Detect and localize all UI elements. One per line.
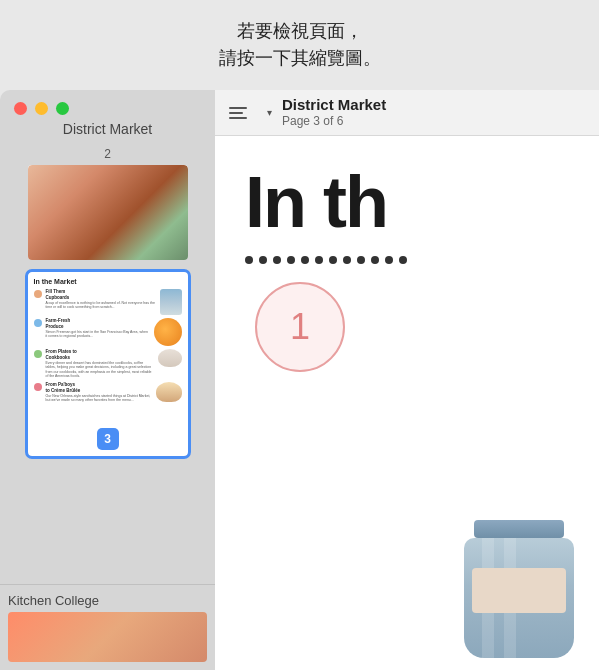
maximize-button[interactable] bbox=[56, 102, 69, 115]
topbar-chevron-icon: ▾ bbox=[267, 107, 272, 118]
section2-body: Simon Freeman got his start in the San F… bbox=[46, 330, 150, 339]
thumb-circle-2 bbox=[34, 319, 42, 327]
section3-body: Every dinner and dessert has dominated t… bbox=[46, 361, 154, 379]
orange-thumb-image bbox=[154, 318, 182, 346]
thumb-circle-1 bbox=[34, 290, 42, 298]
page-big-title: In th bbox=[245, 166, 569, 238]
icon-bar-1 bbox=[229, 107, 247, 109]
dot-10 bbox=[371, 256, 379, 264]
thumb-circle-3 bbox=[34, 350, 42, 358]
topbar-page-info: Page 3 of 6 bbox=[282, 114, 386, 128]
jar-main-body bbox=[464, 538, 574, 658]
sidebar-toggle-button[interactable] bbox=[229, 103, 257, 123]
jar-lid bbox=[474, 520, 564, 538]
icon-bar-3 bbox=[229, 117, 247, 119]
dot-5 bbox=[301, 256, 309, 264]
page-thumbnail-2[interactable] bbox=[28, 165, 188, 260]
page-section-circle: 1 bbox=[255, 282, 345, 372]
thumbnail-section-4: From Pa'boysto Crème Brûlée Our New Orle… bbox=[34, 382, 182, 403]
section1-title: Fill ThemCupboards bbox=[46, 289, 156, 301]
minimize-button[interactable] bbox=[35, 102, 48, 115]
thumbnail-section-3: From Plates toCookbooks Every dinner and… bbox=[34, 349, 182, 379]
jar-body bbox=[459, 520, 579, 670]
kitchen-college-label: Kitchen College bbox=[8, 593, 207, 608]
dot-12 bbox=[399, 256, 407, 264]
topbar-title-block: District Market Page 3 of 6 bbox=[282, 96, 386, 128]
page-thumbnail-3[interactable]: In the Market Fill ThemCupboards A cup o… bbox=[28, 272, 188, 456]
page-content: In th 1 bbox=[215, 136, 599, 670]
tooltip-overlay: 若要檢視頁面， 請按一下其縮覽圖。 bbox=[0, 0, 599, 90]
jar-label bbox=[472, 568, 566, 613]
thumbnail-page3-title: In the Market bbox=[34, 278, 182, 285]
topbar: ▾ District Market Page 3 of 6 bbox=[215, 90, 599, 136]
kitchen-college-thumbnail[interactable] bbox=[8, 612, 207, 662]
dot-4 bbox=[287, 256, 295, 264]
page-number-label-2: 2 bbox=[104, 147, 111, 161]
dot-11 bbox=[385, 256, 393, 264]
dot-2 bbox=[259, 256, 267, 264]
icon-bar-2 bbox=[229, 112, 243, 114]
content-area: ▾ District Market Page 3 of 6 In th bbox=[215, 90, 599, 670]
thumb-circle-4 bbox=[34, 383, 42, 391]
topbar-document-title: District Market bbox=[282, 96, 386, 114]
close-button[interactable] bbox=[14, 102, 27, 115]
dotted-separator bbox=[245, 256, 569, 264]
dot-3 bbox=[273, 256, 281, 264]
dot-8 bbox=[343, 256, 351, 264]
thumbnail-section-2: Farm-FreshProduce Simon Freeman got his … bbox=[34, 318, 182, 346]
dot-6 bbox=[315, 256, 323, 264]
jar-illustration bbox=[419, 470, 599, 670]
jar-thumb-image bbox=[160, 289, 182, 315]
active-page-badge: 3 bbox=[97, 428, 119, 450]
section2-title: Farm-FreshProduce bbox=[46, 318, 150, 330]
sidebar-panel: District Market 2 In the Market bbox=[0, 90, 215, 670]
main-layout: District Market 2 In the Market bbox=[0, 90, 599, 670]
pie-thumb-image bbox=[156, 382, 182, 402]
dot-9 bbox=[357, 256, 365, 264]
dot-1 bbox=[245, 256, 253, 264]
section3-title: From Plates toCookbooks bbox=[46, 349, 154, 361]
sidebar-document-title: District Market bbox=[63, 121, 152, 137]
page-section-number: 1 bbox=[290, 306, 310, 348]
dot-7 bbox=[329, 256, 337, 264]
bowl-thumb-image bbox=[158, 349, 182, 367]
section1-body: A cup of excellence is nothing to be ash… bbox=[46, 301, 156, 310]
section4-title: From Pa'boysto Crème Brûlée bbox=[46, 382, 152, 394]
sidebar-kitchen-college: Kitchen College bbox=[0, 584, 215, 670]
thumbnail-section-1: Fill ThemCupboards A cup of excellence i… bbox=[34, 289, 182, 315]
tooltip-text: 若要檢視頁面， 請按一下其縮覽圖。 bbox=[219, 18, 381, 72]
thumbnail-list: 2 In the Market Fill ThemCupboard bbox=[0, 145, 215, 584]
section4-body: Our New Orleans-style sandwiches started… bbox=[46, 394, 152, 403]
